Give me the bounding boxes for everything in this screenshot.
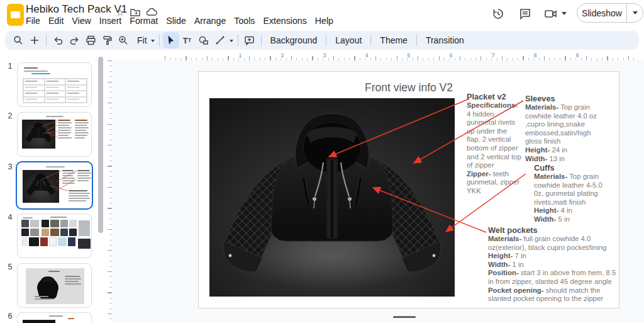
menu-tools[interactable]: Tools xyxy=(234,16,255,26)
theme-button[interactable]: Theme xyxy=(374,35,413,45)
search-menus-icon[interactable] xyxy=(10,32,26,48)
line-tool-button[interactable] xyxy=(212,32,228,48)
jacket-photo[interactable] xyxy=(209,98,455,297)
slideshow-label: Slideshow xyxy=(577,8,626,18)
toolbar-divider xyxy=(326,35,326,46)
slide-page[interactable]: Front view info V2 xyxy=(198,71,619,309)
toolbar-divider xyxy=(261,35,262,46)
comments-icon[interactable] xyxy=(518,7,532,21)
shapes-tool-button[interactable] xyxy=(196,32,212,48)
slideshow-button[interactable]: Slideshow xyxy=(577,3,643,23)
background-button[interactable]: Background xyxy=(265,35,323,45)
vertical-ruler xyxy=(105,60,112,323)
slide-number: 4 xyxy=(5,213,15,222)
zoom-select[interactable]: Fit xyxy=(131,35,156,45)
zoom-value: Fit xyxy=(131,35,150,45)
text-box-tool-button[interactable]: TT xyxy=(179,32,196,48)
filmstrip-scrollbar[interactable] xyxy=(98,57,103,233)
ruler-number: 5 xyxy=(405,52,413,59)
sleeves-title: Sleeves xyxy=(525,94,604,103)
slide-number: 1 xyxy=(5,62,15,71)
slideshow-caret-icon[interactable] xyxy=(627,9,643,17)
menu-view[interactable]: View xyxy=(72,16,91,26)
ruler-number: 2 xyxy=(279,52,286,59)
menu-help[interactable]: Help xyxy=(315,16,333,26)
sleeves-annotation[interactable]: Sleeves Materials- Top grain cowhide lea… xyxy=(525,94,604,163)
print-button[interactable] xyxy=(82,32,99,48)
slide-thumbnail-5[interactable] xyxy=(17,263,92,308)
horizontal-ruler xyxy=(165,53,635,60)
ruler-number: 1 xyxy=(236,52,244,59)
placket-annotation[interactable]: Placket v2 Specifications- 4 hidden gunm… xyxy=(467,92,522,196)
slide-number: 5 xyxy=(5,263,15,271)
slide-thumbnail-3-selected[interactable] xyxy=(16,161,93,210)
slide-thumbnail-6[interactable] xyxy=(17,312,92,323)
redo-button[interactable] xyxy=(66,32,82,48)
text-tool-glyph: T xyxy=(183,36,188,45)
toolbar-divider xyxy=(159,35,160,46)
undo-button[interactable] xyxy=(50,32,66,48)
insert-comment-button[interactable] xyxy=(242,32,258,48)
cuffs-annotation[interactable]: Cuffs Materials- Top grain cowhide leath… xyxy=(530,163,608,224)
thumbnail-annotation-lines xyxy=(17,162,93,210)
slide-number: 6 xyxy=(5,312,15,320)
ruler-number: 9 xyxy=(574,52,581,59)
menu-edit[interactable]: Edit xyxy=(48,16,64,26)
toolbar-divider xyxy=(416,35,417,46)
ruler-number: 3 xyxy=(321,52,328,59)
layout-button[interactable]: Layout xyxy=(330,35,367,45)
thumbnail-annotation-lines xyxy=(18,113,92,157)
ruler-number: 8 xyxy=(531,52,539,59)
menu-format[interactable]: Format xyxy=(130,16,158,26)
slide-thumbnail-4[interactable] xyxy=(17,213,92,258)
meet-camera-icon[interactable] xyxy=(543,7,557,21)
menu-file[interactable]: File xyxy=(26,16,40,26)
menu-arrange[interactable]: Arrange xyxy=(194,16,226,26)
toolbar-divider xyxy=(46,35,47,46)
ruler-number: 4 xyxy=(363,52,370,59)
slides-logo-icon[interactable] xyxy=(7,4,24,26)
placket-title: Placket v2 xyxy=(467,92,522,101)
welt-pockets-annotation[interactable]: Welt pockets Materials- full grain cowhi… xyxy=(488,225,616,303)
zoom-caret-icon xyxy=(151,40,155,44)
transition-button[interactable]: Transition xyxy=(420,35,470,45)
menu-insert[interactable]: Insert xyxy=(99,16,121,26)
welt-pockets-title: Welt pockets xyxy=(488,225,616,235)
toolbar-divider xyxy=(238,35,238,46)
meet-caret-icon[interactable] xyxy=(562,12,567,18)
document-title[interactable]: Hebiko Tech Pack V1 xyxy=(26,3,127,16)
slide-canvas: Front view info V2 xyxy=(112,60,644,323)
slide-number: 2 xyxy=(5,111,15,120)
slide-filmstrip: 1 2 3 xyxy=(0,53,105,323)
slide-thumbnail-2[interactable] xyxy=(17,112,92,157)
cuffs-title: Cuffs xyxy=(534,163,608,173)
select-tool-button[interactable] xyxy=(163,32,179,48)
zoom-icon[interactable] xyxy=(115,32,131,48)
speaker-notes-handle[interactable] xyxy=(393,316,416,318)
menu-extensions[interactable]: Extensions xyxy=(263,16,306,26)
toolbar-divider xyxy=(370,35,371,46)
toolbar: Fit TT Background Layout Theme Transitio… xyxy=(5,31,639,50)
slide-thumbnail-1[interactable] xyxy=(17,62,92,107)
menu-slide[interactable]: Slide xyxy=(166,16,186,26)
paint-format-icon[interactable] xyxy=(99,32,115,48)
slide-title-text[interactable]: Front view info V2 xyxy=(199,81,619,94)
line-tool-caret-icon[interactable] xyxy=(230,40,233,44)
version-history-icon[interactable] xyxy=(491,7,505,21)
titlebar: Hebiko Tech Pack V1 ☆ File Edit View Ins… xyxy=(0,0,644,30)
new-slide-button[interactable] xyxy=(26,32,43,48)
menubar: File Edit View Insert Format Slide Arran… xyxy=(26,16,333,26)
ruler-number: 7 xyxy=(489,52,497,59)
ruler-number: 6 xyxy=(447,52,455,59)
slide-number: 3 xyxy=(5,162,15,171)
